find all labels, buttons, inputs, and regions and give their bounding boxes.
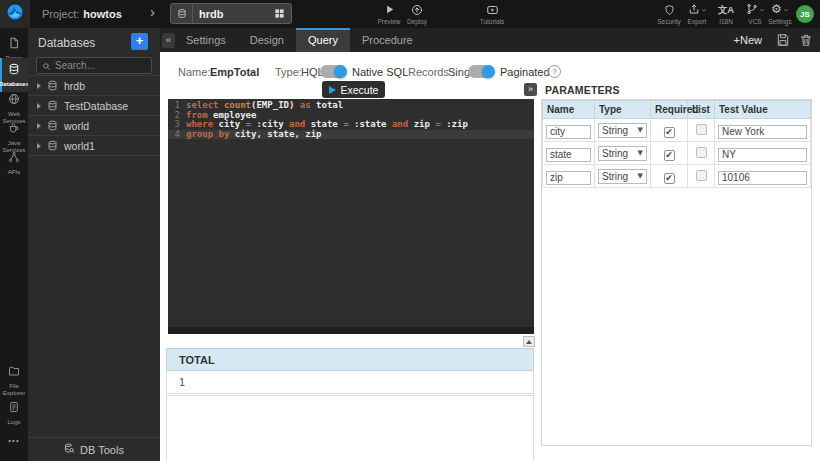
editor-horizontal-scrollbar[interactable] [168,327,534,334]
app-logo[interactable] [0,0,30,28]
sql-editor[interactable]: 1select count(EMP_ID) as total2from empl… [168,99,534,334]
export-icon [688,1,700,19]
list-checkbox[interactable] [696,147,707,158]
sidebar-item-file-explorer[interactable]: File Explorer [0,360,28,396]
param-type-select[interactable]: String▼ [598,123,647,138]
tutorials-button[interactable]: Tutorials [474,3,510,25]
deploy-button[interactable]: Deploy [399,3,435,25]
breadcrumb-chevron-icon: › [150,3,155,20]
tab-bar: « Settings Design Query Procedure +New [160,28,820,52]
records-toggle[interactable] [468,65,494,78]
database-icon [47,120,58,131]
selected-database: hrdb [193,8,274,20]
tab-query[interactable]: Query [296,28,350,52]
search-input[interactable] [55,60,146,71]
code-lines: 1select count(EMP_ID) as total2from empl… [168,101,534,139]
chevron-down-icon [783,7,789,13]
param-name-input[interactable] [546,125,591,139]
results-footer-area [166,395,534,461]
add-database-button[interactable]: + [131,33,148,50]
db-tree-item[interactable]: world [28,116,160,136]
required-checkbox[interactable] [664,127,675,138]
results-header: TOTAL [166,348,534,371]
result-value: 1 [179,376,185,388]
expand-parameters-button[interactable]: » [524,83,537,96]
trash-icon [799,33,813,47]
database-search[interactable] [36,57,152,74]
db-tools-button[interactable]: DB Tools [28,437,160,461]
user-avatar[interactable]: JS [796,5,814,23]
panel-title: Databases [38,36,95,50]
settings-button[interactable]: ⚙ Settings [762,3,798,25]
branch-icon [746,1,758,19]
db-tools-icon [64,443,75,456]
sidebar-item-logs[interactable]: Logs [0,396,28,426]
shield-icon [664,3,675,16]
param-test-value-input[interactable] [718,148,807,162]
db-tree-item[interactable]: world1 [28,136,160,156]
help-icon[interactable]: ? [548,65,561,78]
list-checkbox[interactable] [696,170,707,181]
col-header-test-value: Test Value [715,101,811,119]
tab-design[interactable]: Design [238,28,296,52]
db-name-label: hrdb [64,80,85,92]
chevron-down-icon: ▼ [638,126,643,134]
parameters-panel: Name Type Required List Test Value Strin… [541,99,812,446]
col-header-required: Required [651,101,688,119]
db-tree: hrdb TestDatabase world world1 [28,75,160,156]
db-name-label: world1 [64,140,95,152]
left-rail: Pages Databases Web Services [0,28,28,461]
parameters-table: Name Type Required List Test Value Strin… [542,100,811,188]
param-test-value-input[interactable] [718,125,807,139]
results-row: 1 [166,371,534,394]
new-query-button[interactable]: +New [734,34,762,46]
log-file-icon [8,399,20,417]
param-name-input[interactable] [546,148,591,162]
expand-caret-icon[interactable] [37,123,41,129]
delete-button[interactable] [799,33,813,47]
parameter-row: String▼ [543,165,811,188]
col-header-type: Type [595,101,651,119]
sidebar-item-more[interactable]: ••• [0,433,28,445]
db-name-label: TestDatabase [64,100,128,112]
api-nodes-icon [8,149,20,167]
sidebar-item-apis[interactable]: APIs [0,146,28,176]
expand-caret-icon[interactable] [37,103,41,109]
chevron-up-icon [526,340,532,344]
param-test-value-input[interactable] [718,171,807,185]
code-line[interactable]: 4group by city, state, zip [168,130,534,140]
expand-caret-icon[interactable] [37,143,41,149]
list-checkbox[interactable] [696,124,707,135]
expand-caret-icon[interactable] [37,83,41,89]
grid-switcher-icon[interactable] [274,8,285,19]
type-label: Type: [275,66,302,78]
required-checkbox[interactable] [664,173,675,184]
sidebar-item-databases[interactable]: Databases [0,58,28,92]
db-tree-item[interactable]: hrdb [28,76,160,96]
save-button[interactable] [776,33,790,47]
param-type-select[interactable]: String▼ [598,169,647,184]
chevron-down-icon: ▼ [638,172,643,180]
parameter-row: String▼ [543,119,811,142]
search-icon [42,57,51,75]
top-bar: Project:howtos › hrdb [0,0,820,28]
param-name-input[interactable] [546,171,591,185]
database-icon [8,61,20,79]
db-tree-item[interactable]: TestDatabase [28,96,160,116]
param-type-select[interactable]: String▼ [598,146,647,161]
gear-icon: ⚙ [771,3,782,16]
collapse-results-button[interactable] [523,336,535,347]
tab-settings[interactable]: Settings [174,28,238,52]
required-checkbox[interactable] [664,150,675,161]
query-name-value[interactable]: EmpTotal [210,66,259,78]
coffee-icon [8,120,20,138]
play-icon [329,86,336,94]
records-on-label: Paginated [500,66,550,78]
database-selector[interactable]: hrdb [170,3,292,24]
chevron-down-icon: ▼ [638,149,643,157]
execute-button[interactable]: Execute [322,81,385,98]
translate-icon: 文A [718,4,734,16]
tab-procedure[interactable]: Procedure [350,28,425,52]
parameters-title: PARAMETERS [545,84,620,96]
type-toggle[interactable] [320,65,346,78]
